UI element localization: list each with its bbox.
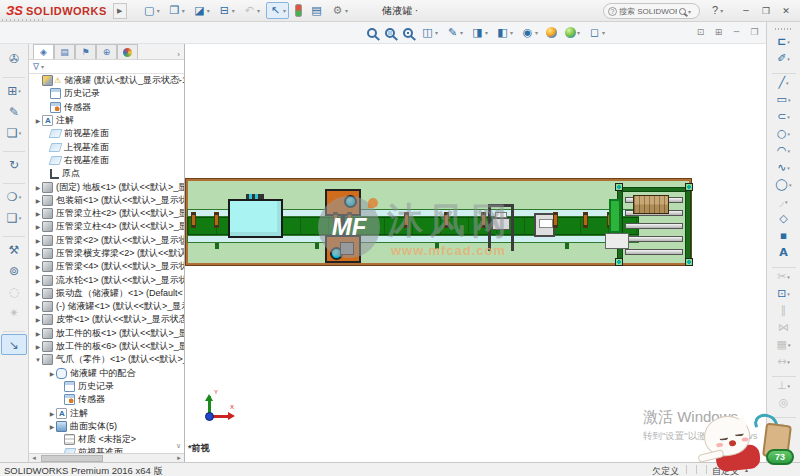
doc-minimize-icon[interactable]: ─ bbox=[728, 24, 745, 41]
menu-flyout-arrow[interactable]: ▶ bbox=[113, 3, 127, 19]
minimize-button[interactable]: ─ bbox=[736, 3, 756, 19]
expand-arrow-icon[interactable]: ▶ bbox=[48, 410, 56, 417]
expand-arrow-icon[interactable]: ▶ bbox=[34, 263, 42, 270]
straight-slot-icon[interactable]: ⊂ ▾ bbox=[769, 108, 799, 125]
expand-arrow-icon[interactable]: ▶ bbox=[34, 223, 42, 230]
zoom-to-area-icon[interactable] bbox=[383, 24, 397, 41]
open-document-icon[interactable]: ❐ ▾ bbox=[166, 2, 187, 19]
workpiece[interactable] bbox=[481, 212, 486, 228]
workpiece[interactable] bbox=[214, 212, 219, 228]
gripper-mechanism[interactable] bbox=[340, 242, 354, 255]
vibration-bowl-circle[interactable] bbox=[344, 195, 357, 208]
expand-arrow-icon[interactable]: ▶ bbox=[34, 117, 42, 124]
tree-item[interactable]: ▶ 压管梁横支撑梁<2> (默认<<默认 bbox=[32, 247, 184, 260]
expand-arrow-icon[interactable]: ▶ bbox=[34, 197, 42, 204]
tree-item[interactable]: ▶ 皮带<1> (默认<<默认>_显示状态 bbox=[32, 313, 184, 326]
workpiece[interactable] bbox=[444, 212, 449, 228]
section-view-icon[interactable]: ◫ ▾ bbox=[419, 24, 440, 41]
evaluate-list-icon[interactable]: ▤ bbox=[308, 2, 325, 19]
tree-item[interactable]: 右视基准面 bbox=[32, 154, 184, 167]
tree-horizontal-scrollbar[interactable]: ◂ ▸ bbox=[29, 453, 184, 462]
tree-item[interactable]: ▼ 气爪（零件）<1> (默认<<默认>_ bbox=[32, 353, 184, 366]
traffic-light-icon[interactable] bbox=[293, 2, 304, 19]
belt-station-unit[interactable] bbox=[534, 213, 555, 237]
add-relation-icon[interactable]: ⊥ ▾ bbox=[769, 377, 799, 394]
arc-icon[interactable]: ◠ ▾ bbox=[769, 142, 799, 159]
tree-item[interactable]: ▶ 压管梁<4> (默认<<默认>_显示状 bbox=[32, 260, 184, 273]
trim-entities-icon[interactable]: ✂ ▾ bbox=[769, 268, 799, 285]
restore-button[interactable]: ❐ bbox=[756, 3, 776, 19]
expand-arrow-icon[interactable]: ▶ bbox=[34, 343, 42, 350]
doc-restore-icon[interactable]: ❐ bbox=[746, 24, 763, 41]
tree-item[interactable]: ▶ 压管梁立柱<2> (默认<<默认>_显 bbox=[32, 207, 184, 220]
expand-arrow-icon[interactable]: ▶ bbox=[34, 290, 42, 297]
close-button[interactable]: ✕ bbox=[776, 3, 796, 19]
expand-arrow-icon[interactable]: ▶ bbox=[48, 423, 56, 430]
view-orientation-icon[interactable]: ◨ ▾ bbox=[469, 24, 490, 41]
expand-arrow-icon[interactable]: ▶ bbox=[34, 210, 42, 217]
text-icon[interactable]: A bbox=[769, 244, 799, 261]
new-document-icon[interactable]: ▢ ▾ bbox=[141, 2, 162, 19]
tree-item[interactable]: ⚠ 储液罐 (默认<默认_显示状态-1>) bbox=[32, 74, 184, 87]
tree-item[interactable]: 历史记录 bbox=[32, 87, 184, 100]
expand-arrow-icon[interactable]: ▶ bbox=[34, 316, 42, 323]
tree-item[interactable]: ▶ (固定) 地板<1> (默认<<默认>_显 bbox=[32, 180, 184, 193]
storage-tank-box[interactable] bbox=[228, 199, 283, 238]
tree-item[interactable]: 前视基准面 bbox=[32, 446, 184, 453]
tree-item[interactable]: ▶ 振动盘（储液罐）<1> (Default< bbox=[32, 287, 184, 300]
configurationmanager-tab[interactable]: ⚑ bbox=[75, 44, 96, 59]
tree-item[interactable]: ▶ 包装箱<1> (默认<<默认>_显示状 bbox=[32, 194, 184, 207]
tree-scroll-down-icon[interactable]: ∨ bbox=[176, 442, 181, 450]
save-icon[interactable]: ◪ ▾ bbox=[191, 2, 212, 19]
select-icon[interactable]: ↖ ▾ bbox=[266, 2, 289, 19]
corner-rectangle-icon[interactable]: ▭ ▾ bbox=[769, 91, 799, 108]
edit-appearance-icon[interactable] bbox=[544, 24, 559, 41]
smart-fasteners-icon[interactable]: ⚒ bbox=[1, 239, 27, 260]
smart-dimension-icon[interactable]: ✐ ▾ bbox=[769, 50, 799, 67]
linear-sketch-pattern-icon[interactable]: ▦ ▾ bbox=[769, 336, 799, 353]
workpiece[interactable] bbox=[333, 212, 338, 228]
featuremanager-tab[interactable]: ◈ bbox=[33, 44, 54, 59]
workpiece-tray[interactable] bbox=[633, 195, 669, 214]
tree-item[interactable]: 前视基准面 bbox=[32, 127, 184, 140]
tree-item[interactable]: 传感器 bbox=[32, 393, 184, 406]
dimxpert-tab[interactable]: ⊕ bbox=[96, 44, 117, 59]
circle-icon[interactable]: ○ ▾ bbox=[769, 125, 799, 142]
expand-arrow-icon[interactable]: ▶ bbox=[34, 184, 42, 191]
offset-entities-icon[interactable]: ∥ bbox=[769, 302, 799, 319]
mate-icon[interactable]: ❏ ▾ bbox=[1, 122, 27, 143]
rotate-component-icon[interactable]: ↻ bbox=[1, 154, 27, 175]
tree-item[interactable]: ▶ 流水轮<1> (默认<<默认>_显示状 bbox=[32, 273, 184, 286]
workpiece[interactable] bbox=[404, 212, 409, 228]
convert-entities-icon[interactable]: ⊡ ▾ bbox=[769, 285, 799, 302]
insert-components-icon[interactable]: ⊞ ▾ bbox=[1, 80, 27, 101]
assembly-features-icon[interactable]: ⊚ bbox=[1, 260, 27, 281]
search-dropdown-icon[interactable]: ▾ bbox=[688, 8, 691, 15]
hide-show-items-icon[interactable]: ◉ ▾ bbox=[519, 24, 540, 41]
expand-arrow-icon[interactable]: ▶ bbox=[34, 303, 42, 310]
expand-arrow-icon[interactable]: ▶ bbox=[34, 250, 42, 257]
tree-scroll-up-icon[interactable]: ∧ bbox=[176, 76, 181, 84]
search-input[interactable] bbox=[619, 7, 677, 16]
sketch-icon[interactable]: ⊏ ▾ bbox=[769, 33, 799, 50]
spline-icon[interactable]: ∿ ▾ bbox=[769, 159, 799, 176]
expand-arrow-icon[interactable]: ▶ bbox=[34, 237, 42, 244]
panel-tabs-overflow-chevron[interactable]: › bbox=[177, 50, 180, 59]
edit-component-icon[interactable]: ✎ bbox=[1, 101, 27, 122]
annotation-view-icon[interactable]: ✎ ▾ bbox=[444, 24, 465, 41]
vibration-plate-top[interactable] bbox=[325, 189, 361, 216]
ellipse-icon[interactable]: ◯ ▾ bbox=[769, 176, 799, 193]
tree-item[interactable]: ▶ (-) 储液罐<1> (默认<<默认>_显示 bbox=[32, 300, 184, 313]
filter-dropdown-icon[interactable]: ▾ bbox=[41, 63, 44, 70]
exploded-view-icon[interactable]: ✴ bbox=[1, 302, 27, 323]
options-icon[interactable]: ⚙ ▾ bbox=[329, 2, 350, 19]
vibration-plate-bottom[interactable] bbox=[325, 235, 361, 263]
point-icon[interactable]: ▪ bbox=[769, 227, 799, 244]
tree-item[interactable]: 上视基准面 bbox=[32, 140, 184, 153]
tree-item[interactable]: 材质 <未指定> bbox=[32, 433, 184, 446]
selected-tool-icon[interactable]: ↘ bbox=[1, 334, 27, 355]
quick-snaps-icon[interactable]: ⌖ ▾ bbox=[769, 418, 799, 435]
tree-item[interactable]: ▶ 注解 bbox=[32, 406, 184, 419]
tree-item[interactable]: 传感器 bbox=[32, 101, 184, 114]
search-box[interactable]: ? ▾ bbox=[603, 3, 700, 19]
